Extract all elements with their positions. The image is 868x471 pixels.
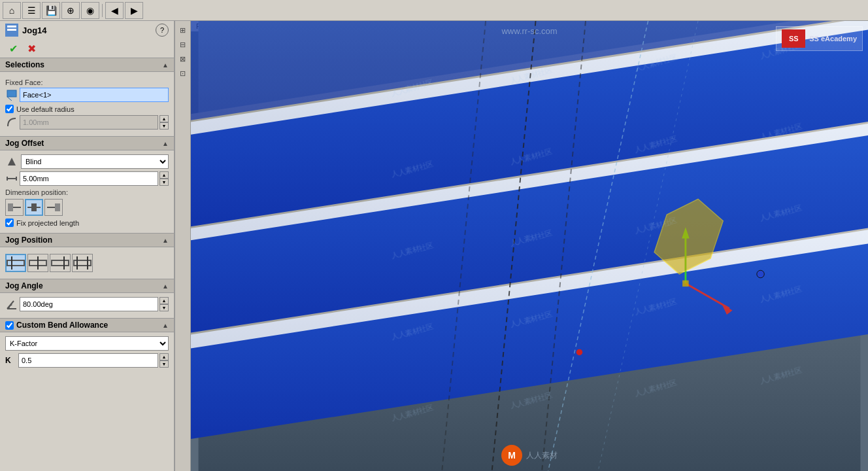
3d-scene: 人人素材社区 人人素材社区 人人素材社区 人人素材社区 人人素材社区 人人素材社… xyxy=(191,21,868,471)
jog-angle-spin-down[interactable]: ▼ xyxy=(159,304,169,311)
jog-position-title: Jog Position xyxy=(5,236,52,245)
k-spin-up[interactable]: ▲ xyxy=(159,353,169,360)
jog-pos-btn-4[interactable] xyxy=(72,254,93,272)
offset-spin-down[interactable]: ▼ xyxy=(159,179,169,186)
svg-rect-21 xyxy=(74,260,91,266)
custom-bend-toggle-icon: ▲ xyxy=(162,322,169,329)
k-value-row: K 0.5 ▲ ▼ xyxy=(5,353,169,368)
fixed-face-row: Face<1> xyxy=(5,88,169,102)
k-value-input[interactable]: 0.5 xyxy=(18,353,158,368)
fix-projected-row: Fix projected length xyxy=(5,218,169,227)
custom-bend-section-header[interactable]: Custom Bend Allowance ▲ xyxy=(0,318,174,332)
radius-input: 1.00mm xyxy=(20,115,158,130)
svg-rect-8 xyxy=(8,203,13,211)
kfactor-method-select[interactable]: K-Factor xyxy=(5,336,169,351)
arrow-left-icon[interactable]: ◀ xyxy=(105,2,124,19)
radius-icon xyxy=(5,116,18,129)
side-icon-2[interactable]: ⊟ xyxy=(176,38,190,51)
panel-title: Jog14 xyxy=(22,26,47,35)
fixed-face-label: Fixed Face: xyxy=(5,78,169,86)
k-label: K xyxy=(5,356,14,365)
svg-point-48 xyxy=(576,349,583,356)
list-icon[interactable]: ☰ xyxy=(22,2,41,19)
svg-rect-0 xyxy=(7,29,16,31)
dim-position-label: Dimension position: xyxy=(5,188,169,196)
ss-logo-icon: SS xyxy=(782,29,805,48)
use-default-radius-row: Use default radius xyxy=(5,105,169,113)
jog-angle-toggle-icon: ▲ xyxy=(162,283,169,290)
viewport: Part (Default<<Default>...) xyxy=(191,21,868,471)
k-spin-down[interactable]: ▼ xyxy=(159,360,169,368)
ss-academy-logo: SS SS eAcademy xyxy=(776,26,863,51)
svg-rect-1 xyxy=(7,26,16,27)
offset-input[interactable]: 5.00mm xyxy=(20,171,158,186)
svg-rect-19 xyxy=(52,260,69,266)
jog-position-section-header[interactable]: Jog Position ▲ xyxy=(0,233,174,247)
use-default-radius-label: Use default radius xyxy=(16,105,75,113)
offset-icon xyxy=(5,172,18,185)
svg-rect-15 xyxy=(7,260,24,266)
selections-toggle-icon: ▲ xyxy=(162,61,169,69)
custom-bend-content: K-Factor K 0.5 ▲ ▼ xyxy=(0,332,174,374)
color-icon[interactable]: ◉ xyxy=(81,2,99,19)
jog-angle-content: 80.00deg ▲ ▼ xyxy=(0,293,174,318)
dim-pos-btn-1[interactable] xyxy=(5,199,24,216)
jog-position-content xyxy=(0,247,174,279)
jog-offset-content: Blind 5.00mm ▲ ▼ Dimension position: xyxy=(0,150,174,233)
cancel-button[interactable]: ✖ xyxy=(24,41,39,56)
save-icon[interactable]: 💾 xyxy=(42,2,60,19)
toolbar-separator xyxy=(102,4,103,17)
jog-angle-row: 80.00deg ▲ ▼ xyxy=(5,297,169,311)
end-condition-row: Blind xyxy=(5,154,169,169)
jog-angle-spinner: ▲ ▼ xyxy=(159,297,169,311)
offset-spin-up[interactable]: ▲ xyxy=(159,171,169,179)
offset-spinner: ▲ ▼ xyxy=(159,171,169,186)
jog-angle-title: Jog Angle xyxy=(5,281,43,290)
crosshair-icon[interactable]: ⊕ xyxy=(61,2,80,19)
jog-pos-btn-1[interactable] xyxy=(5,254,26,272)
side-icon-4[interactable]: ⊡ xyxy=(176,67,190,80)
jog-offset-title: Jog Offset xyxy=(5,139,44,148)
side-icon-1[interactable]: ⊞ xyxy=(176,24,190,37)
selections-content: Fixed Face: Face<1> Use default radius 1… xyxy=(0,72,174,136)
end-condition-icon xyxy=(5,155,18,168)
svg-marker-4 xyxy=(8,158,16,166)
jog-offset-section-header[interactable]: Jog Offset ▲ xyxy=(0,136,174,150)
radius-spin-up[interactable]: ▲ xyxy=(159,115,169,122)
jog-angle-section-header[interactable]: Jog Angle ▲ xyxy=(0,279,174,293)
fix-projected-label: Fix projected length xyxy=(16,219,79,227)
radius-spin-down[interactable]: ▼ xyxy=(159,122,169,130)
help-button[interactable]: ? xyxy=(156,24,169,37)
jog-pos-btn-3[interactable] xyxy=(50,254,71,272)
jog-angle-spin-up[interactable]: ▲ xyxy=(159,297,169,304)
ok-button[interactable]: ✔ xyxy=(5,41,21,56)
jog-angle-input[interactable]: 80.00deg xyxy=(20,297,158,311)
jog-pos-btn-2[interactable] xyxy=(27,254,48,272)
dim-pos-btn-2[interactable] xyxy=(25,199,43,216)
fix-projected-checkbox[interactable] xyxy=(5,218,14,227)
svg-rect-10 xyxy=(31,203,37,211)
svg-rect-46 xyxy=(682,281,689,287)
dim-pos-btn-3[interactable] xyxy=(44,199,63,216)
arrow-right-icon[interactable]: ▶ xyxy=(125,2,143,19)
main-area: Jog14 ? ✔ ✖ Selections ▲ Fixed Face: Fac… xyxy=(0,21,868,471)
svg-line-3 xyxy=(7,97,12,101)
selections-section-header[interactable]: Selections ▲ xyxy=(0,58,174,72)
selections-title: Selections xyxy=(5,60,44,69)
action-row: ✔ ✖ xyxy=(0,39,174,58)
side-icon-bar: ⊞ ⊟ ⊠ ⊡ xyxy=(175,21,191,471)
end-condition-select[interactable]: Blind xyxy=(21,154,169,169)
k-spinner: ▲ ▼ xyxy=(159,353,169,368)
panel-header: Jog14 ? xyxy=(0,21,174,39)
home-icon[interactable]: ⌂ xyxy=(3,2,21,19)
top-toolbar: ⌂ ☰ 💾 ⊕ ◉ ◀ ▶ xyxy=(0,0,868,21)
fixed-face-input[interactable]: Face<1> xyxy=(20,88,169,102)
custom-bend-checkbox[interactable] xyxy=(5,321,14,330)
svg-rect-13 xyxy=(55,203,60,211)
radius-row: 1.00mm ▲ ▼ xyxy=(5,115,169,130)
side-icon-3[interactable]: ⊠ xyxy=(176,52,190,65)
jog-offset-toggle-icon: ▲ xyxy=(162,140,169,147)
left-panel: Jog14 ? ✔ ✖ Selections ▲ Fixed Face: Fac… xyxy=(0,21,175,471)
use-default-radius-checkbox[interactable] xyxy=(5,105,14,113)
jog-position-buttons xyxy=(5,254,169,272)
